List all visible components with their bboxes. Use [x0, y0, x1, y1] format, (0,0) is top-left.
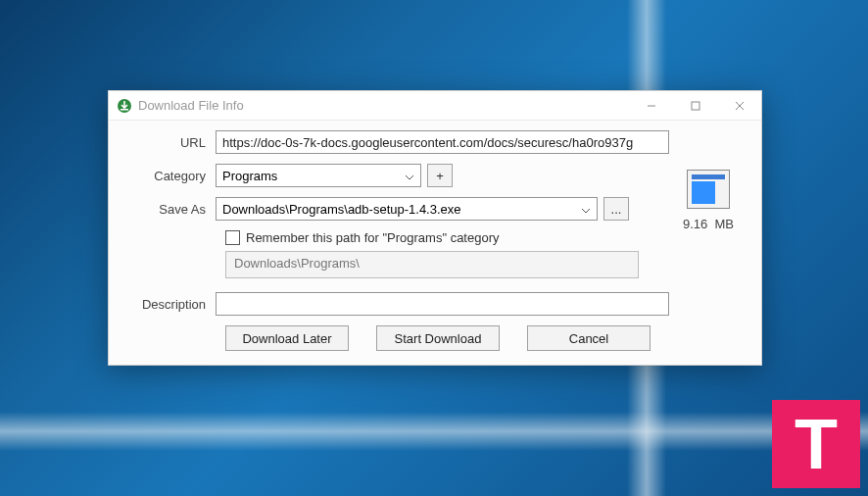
url-label: URL	[122, 135, 216, 150]
remember-path-checkbox[interactable]	[225, 230, 240, 245]
file-size: 9.16 MB	[669, 217, 747, 231]
category-select[interactable]: Programs	[216, 164, 421, 187]
window-title: Download File Info	[138, 98, 244, 113]
minimize-button[interactable]	[629, 91, 673, 120]
cancel-button[interactable]: Cancel	[527, 325, 651, 351]
maximize-button[interactable]	[673, 91, 717, 120]
chevron-down-icon	[579, 202, 593, 217]
download-file-info-dialog: Download File Info URL Category	[108, 90, 762, 366]
titlebar[interactable]: Download File Info	[109, 91, 761, 121]
start-download-button[interactable]: Start Download	[376, 325, 500, 351]
saveas-label: Save As	[122, 202, 216, 217]
category-label: Category	[122, 169, 216, 183]
svg-rect-3	[692, 102, 699, 110]
category-value: Programs	[222, 169, 403, 183]
close-button[interactable]	[717, 91, 761, 120]
idm-app-icon	[117, 98, 132, 114]
browse-button[interactable]: ...	[603, 197, 629, 221]
url-input[interactable]	[216, 130, 669, 154]
remember-path-label: Remember this path for "Programs" catego…	[246, 230, 500, 245]
file-type-icon	[687, 170, 730, 209]
description-label: Description	[122, 297, 216, 312]
download-later-button[interactable]: Download Later	[225, 325, 349, 351]
remember-path-display: Downloads\Programs\	[225, 251, 639, 278]
chevron-down-icon	[403, 169, 416, 183]
saveas-combobox[interactable]: Downloads\Programs\adb-setup-1.4.3.exe	[216, 197, 598, 221]
svg-rect-1	[121, 109, 128, 111]
watermark-logo: T	[772, 400, 860, 488]
description-input[interactable]	[216, 292, 669, 316]
add-category-button[interactable]: +	[427, 164, 453, 187]
saveas-value: Downloads\Programs\adb-setup-1.4.3.exe	[222, 202, 579, 217]
